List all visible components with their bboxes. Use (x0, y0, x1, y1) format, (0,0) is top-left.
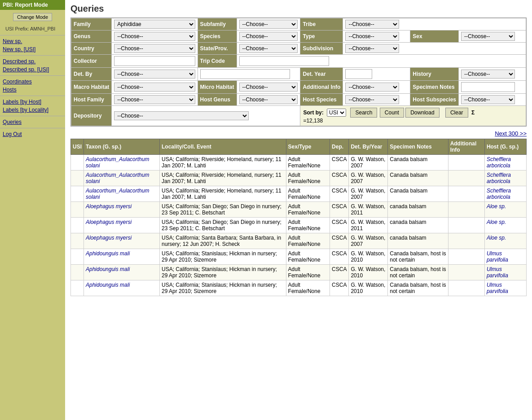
subdivision-select[interactable]: --Choose-- (345, 44, 399, 53)
table-row: Aulacorthum_Aulacorthum solaniUSA; Calif… (71, 155, 527, 171)
cell-host[interactable]: Schefflera arboricola (484, 186, 526, 202)
cell-locality: USA; California; Santa Barbara; Santa Ba… (160, 233, 286, 249)
specimennotes-input[interactable] (461, 82, 515, 92)
tripcode-input[interactable] (239, 56, 329, 66)
hostgenus-select[interactable]: --Choose-- (239, 95, 298, 104)
cell-detby: G. W. Watson, 2007 (349, 171, 388, 186)
table-row: Aphidounguis maliUSA; California; Stanis… (71, 249, 527, 265)
cell-sextype: Adult Female/None (286, 171, 330, 186)
macrohabitat-select[interactable]: --Choose-- (114, 83, 195, 92)
cell-dep: CSCA (330, 202, 349, 218)
cell-host[interactable]: Ulmus parvifolia (484, 280, 526, 296)
cell-host[interactable]: Ulmus parvifolia (484, 249, 526, 265)
detby-select[interactable]: --Choose-- (114, 70, 195, 79)
tribe-select[interactable]: --Choose-- (345, 20, 399, 29)
cell-additionalinfo (448, 202, 484, 218)
type-select[interactable]: --Choose-- (345, 32, 399, 41)
change-mode-button[interactable]: Change Mode (13, 13, 52, 21)
sidebar-item-described-sp-usi[interactable]: Described sp. [USI] (0, 66, 65, 74)
hostspecies-input-cell: --Choose-- (343, 94, 410, 106)
cell-dep: CSCA (330, 218, 349, 233)
sidebar-item-labels-by-locality[interactable]: Labels [by Locality] (0, 106, 65, 114)
family-input-cell: Aphididae (112, 18, 198, 31)
cell-host[interactable]: Aloe sp. (484, 233, 526, 249)
sidebar-item-new-sp-usi[interactable]: New sp. [USI] (0, 45, 65, 53)
subfamily-select[interactable]: --Choose-- (239, 20, 298, 29)
count-button[interactable]: Count (380, 108, 404, 118)
cell-taxon[interactable]: Aulacorthum_Aulacorthum solani (84, 186, 160, 202)
hostspecies-label: Host Species (300, 94, 343, 106)
cell-detby: G. W. Watson, 2011 (349, 202, 388, 218)
genus-select[interactable]: --Choose-- (114, 32, 195, 41)
sidebar-item-coordinates[interactable]: Coordinates (0, 78, 65, 86)
sidebar-item-labels-by-host[interactable]: Labels [by Host] (0, 98, 65, 106)
detyear-input[interactable] (345, 69, 372, 79)
sex-select[interactable]: --Choose-- (461, 32, 515, 41)
search-button[interactable]: Search (350, 108, 377, 118)
subfamily-input-cell: --Choose-- (237, 18, 300, 31)
col-locality: Locality/Coll. Event (160, 139, 286, 155)
additionalinfo-select[interactable]: --Choose-- (345, 83, 399, 92)
detby-label: Det. By (71, 68, 112, 81)
detby-text-input[interactable] (200, 69, 290, 79)
cell-host[interactable]: Ulmus parvifolia (484, 265, 526, 280)
cell-taxon[interactable]: Aloephagus myersi (84, 233, 160, 249)
cell-taxon[interactable]: Aphidounguis mali (84, 249, 160, 265)
cell-host[interactable]: Schefflera arboricola (484, 155, 526, 171)
sidebar-item-queries[interactable]: Queries (0, 118, 65, 126)
cell-sextype: Adult Female/None (286, 280, 330, 296)
sidebar-item-log-out[interactable]: Log Out (0, 130, 65, 138)
genus-label: Genus (71, 31, 112, 43)
species-select[interactable]: --Choose-- (239, 32, 298, 41)
additionalinfo-input-cell: --Choose-- (343, 81, 410, 94)
microhabitat-select[interactable]: --Choose-- (239, 83, 298, 92)
cell-host[interactable]: Aloe sp. (484, 202, 526, 218)
cell-specimennotes: Canada balsam, host is not certain (388, 265, 448, 280)
cell-usi (71, 202, 84, 218)
cell-usi (71, 218, 84, 233)
cell-detby: G. W. Watson, 2010 (349, 265, 388, 280)
hostfamily-input-cell: --Choose-- (112, 94, 198, 106)
cell-dep: CSCA (330, 233, 349, 249)
history-select[interactable]: --Choose-- (461, 70, 515, 79)
detyear-label: Det. Year (300, 68, 343, 81)
cell-taxon[interactable]: Aloephagus myersi (84, 218, 160, 233)
hostspecies-select[interactable]: --Choose-- (345, 95, 399, 104)
state-select[interactable]: --Choose-- (239, 44, 298, 53)
cell-host[interactable]: Aloe sp. (484, 218, 526, 233)
cell-taxon[interactable]: Aulacorthum_Aulacorthum solani (84, 171, 160, 186)
col-specimennotes: Specimen Notes (388, 139, 448, 155)
sidebar-item-hosts[interactable]: Hosts (0, 86, 65, 94)
cell-taxon[interactable]: Aulacorthum_Aulacorthum solani (84, 155, 160, 171)
next-link[interactable]: Next 300 >> (495, 130, 527, 137)
detyear-input-cell (343, 68, 410, 81)
cell-locality: USA; California; San Diego; San Diego in… (160, 202, 286, 218)
tripcode-input-cell (237, 55, 526, 68)
cell-usi (71, 186, 84, 202)
clear-button[interactable]: Clear (445, 108, 468, 118)
cell-taxon[interactable]: Aloephagus myersi (84, 202, 160, 218)
collector-input[interactable] (114, 56, 195, 66)
sortby-select[interactable]: USI (327, 109, 346, 117)
history-input-cell: --Choose-- (459, 68, 526, 81)
depository-select[interactable]: --Choose-- (114, 111, 249, 120)
form-table: Family Aphididae Subfamily --Choose-- Tr… (71, 18, 526, 126)
cell-host[interactable]: Schefflera arboricola (484, 171, 526, 186)
cell-detby: G. W. Watson, 2011 (349, 218, 388, 233)
cell-taxon[interactable]: Aphidounguis mali (84, 280, 160, 296)
main-content: Queries Family Aphididae Subfamily --Cho… (65, 0, 532, 420)
cell-sextype: Adult Female/None (286, 202, 330, 218)
sidebar-item-new-sp[interactable]: New sp. (0, 37, 65, 45)
microhabitat-label: Micro Habitat (198, 81, 237, 94)
hostsubspecies-select[interactable]: --Choose-- (461, 95, 515, 104)
cell-specimennotes: canada balsam (388, 218, 448, 233)
cell-taxon[interactable]: Aphidounguis mali (84, 265, 160, 280)
table-row: Aloephagus myersiUSA; California; Santa … (71, 233, 527, 249)
col-host: Host (G. sp.) (484, 139, 526, 155)
family-select[interactable]: Aphididae (114, 20, 195, 29)
download-button[interactable]: Download (405, 108, 439, 118)
sidebar-item-described-sp[interactable]: Described sp. (0, 57, 65, 66)
family-label: Family (71, 18, 112, 31)
hostfamily-select[interactable]: --Choose-- (114, 95, 195, 104)
country-select[interactable]: --Choose-- (114, 44, 195, 53)
